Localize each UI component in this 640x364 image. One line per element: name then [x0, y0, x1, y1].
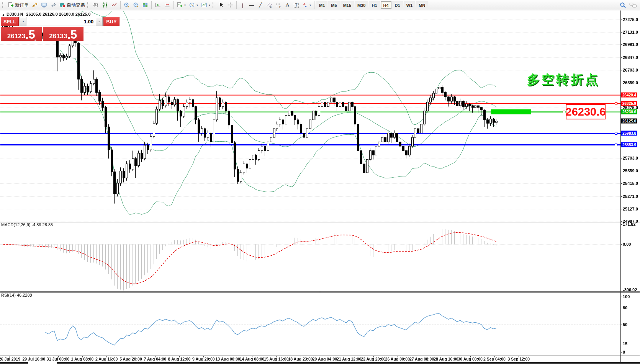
- time-tick-label: 27 Aug 08:00: [409, 357, 434, 361]
- timeframe-toolbar: M1M5M15M30H1H4D1W1MN: [316, 1, 428, 9]
- price-level-tag: 26325.9: [621, 101, 637, 106]
- chart-window-icon: [41, 2, 47, 8]
- autotrading-label: 自动交易: [67, 2, 85, 8]
- zoom-in-button[interactable]: [122, 1, 131, 9]
- price-callout-box[interactable]: 26230.6: [566, 104, 606, 119]
- timeframe-M30[interactable]: M30: [355, 1, 368, 9]
- rsi-tick-label: 100: [623, 294, 630, 299]
- chat-button[interactable]: [628, 1, 638, 9]
- chart-canvas[interactable]: [0, 0, 640, 364]
- price-level-tag: 25983.8: [621, 131, 637, 136]
- volume-input[interactable]: [26, 17, 96, 26]
- fibonacci-tool-button[interactable]: F: [274, 1, 283, 9]
- time-tick-label: 13 Aug 00:00: [215, 357, 240, 361]
- toolbar-grip[interactable]: [213, 2, 215, 8]
- line-chart-mode-button[interactable]: [110, 1, 119, 9]
- timeframe-M15[interactable]: M15: [340, 1, 354, 9]
- toolbar-grip[interactable]: [87, 2, 90, 8]
- indicators-icon: [177, 2, 183, 8]
- crosshair-tool-button[interactable]: [226, 1, 235, 9]
- tile-windows-button[interactable]: [141, 1, 150, 9]
- autotrading-button[interactable]: 自动交易: [58, 1, 87, 9]
- time-tick-label: 7 Aug 04:00: [144, 357, 167, 361]
- rsi-tick-label: 80: [623, 305, 627, 310]
- new-order-icon: [8, 2, 14, 8]
- bar-chart-mode-button[interactable]: [91, 1, 100, 9]
- horizontal-line-tool-button[interactable]: —: [247, 1, 256, 9]
- chart-shift-icon: [164, 2, 170, 8]
- timeframe-W1[interactable]: W1: [404, 1, 416, 9]
- new-chart-button[interactable]: [39, 1, 49, 9]
- volume-decrease-button[interactable]: [20, 17, 26, 26]
- price-level-tag: 25853.9: [621, 142, 637, 147]
- sell-price-fraction: .5: [25, 29, 35, 40]
- tile-windows-icon: [142, 2, 148, 8]
- indicators-button[interactable]: [175, 1, 187, 9]
- zoom-in-icon: [124, 2, 130, 8]
- panel-collapse-handle[interactable]: [34, 39, 36, 41]
- search-button[interactable]: [618, 1, 628, 9]
- trendline-tool-button[interactable]: ╱: [256, 1, 265, 9]
- chart-shift-button[interactable]: [162, 1, 172, 9]
- auto-scroll-icon: [155, 2, 161, 8]
- buy-price-fraction: .5: [67, 29, 77, 40]
- macd-tick-label: 0.00: [623, 242, 631, 246]
- time-tick-label: 9 Aug 20:00: [192, 357, 215, 361]
- vertical-line-tool-button[interactable]: |: [238, 1, 247, 9]
- trendline-icon: ╱: [259, 2, 262, 8]
- price-level-tag: 26125.0: [621, 118, 637, 123]
- timeframe-M5[interactable]: M5: [328, 1, 339, 9]
- buy-button[interactable]: BUY: [103, 17, 119, 26]
- time-tick-label: 21 Aug 12:00: [337, 357, 361, 361]
- periods-button[interactable]: [187, 1, 200, 9]
- candlestick-mode-button[interactable]: [100, 1, 110, 9]
- time-tick-label: 15 Aug 16:00: [264, 357, 288, 361]
- volume-increase-button[interactable]: [96, 17, 102, 26]
- time-tick-label: 14 Aug 08:00: [240, 357, 264, 361]
- timeframe-H1[interactable]: H1: [369, 1, 380, 9]
- candlestick-icon: [102, 2, 108, 8]
- time-tick-label: 18 Aug 23:00: [288, 357, 313, 361]
- search-icon: [620, 2, 626, 8]
- auto-scroll-button[interactable]: [153, 1, 162, 9]
- equidistant-channel-icon: E: [266, 2, 272, 8]
- cursor-icon: [218, 2, 224, 8]
- sell-button[interactable]: SELL: [1, 17, 19, 26]
- timeframe-H4[interactable]: H4: [381, 1, 391, 9]
- timeframe-MN[interactable]: MN: [416, 1, 428, 9]
- time-tick-label: 31 Jul 00:00: [47, 357, 70, 361]
- zoom-out-button[interactable]: [131, 1, 141, 9]
- mt4-terminal-window: 新订单 自动交易: [0, 0, 640, 364]
- timeframe-M1[interactable]: M1: [316, 1, 327, 9]
- time-tick-label: 1 Aug 08:00: [71, 357, 94, 361]
- chart-annotation-text[interactable]: 多空转折点: [527, 71, 600, 88]
- bar-chart-icon: [93, 2, 99, 8]
- templates-button[interactable]: [200, 1, 212, 9]
- one-click-trading-panel: SELL BUY 26123.5 26133.5: [1, 17, 83, 41]
- chart-title: ▲DJ30,H426105.0 26126.0 26100.0 26125.0: [2, 12, 91, 16]
- macd-tick-label: -396.92: [623, 287, 637, 292]
- crosshair-icon: [227, 2, 233, 8]
- price-tick-label: 25127.0: [623, 207, 638, 211]
- channel-tool-button[interactable]: E: [265, 1, 274, 9]
- signals-button[interactable]: [49, 1, 58, 9]
- cursor-tool-button[interactable]: [216, 1, 226, 9]
- time-tick-label: 8 Aug 12:00: [168, 357, 191, 361]
- time-tick-label: 22 Aug 20:00: [361, 357, 385, 361]
- timeframe-D1[interactable]: D1: [392, 1, 403, 9]
- autotrading-icon: [59, 2, 65, 8]
- new-order-label: 新订单: [15, 2, 29, 8]
- buy-price-display[interactable]: 26133.5: [43, 27, 84, 41]
- price-tick-label: 26559.0: [623, 80, 638, 85]
- symbol-collapse-icon[interactable]: ▲: [2, 13, 5, 16]
- market-watch-button[interactable]: [30, 1, 39, 9]
- macd-tick-label: 171.82: [623, 222, 636, 227]
- price-tick-label: 26703.0: [623, 68, 638, 72]
- price-tick-label: 26991.0: [623, 42, 638, 47]
- sell-price-main: 26123: [7, 33, 25, 40]
- new-order-button[interactable]: 新订单: [6, 1, 30, 9]
- text-tool-button[interactable]: A: [283, 1, 292, 9]
- text-label-tool-button[interactable]: T: [292, 1, 301, 9]
- arrows-tool-button[interactable]: [301, 1, 313, 9]
- toolbar-grip[interactable]: [2, 2, 5, 8]
